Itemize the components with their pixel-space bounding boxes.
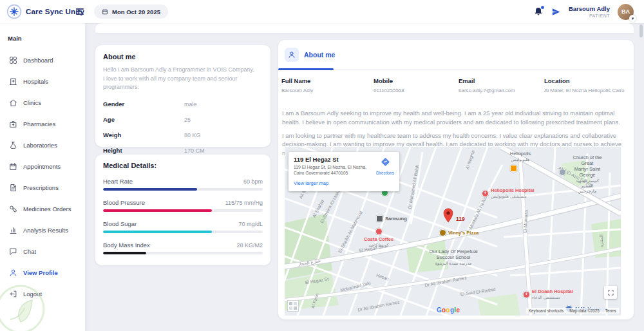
profile-field-email: Emailbarso.adly.7@gmail.com — [459, 77, 515, 93]
map-data-label: Map data ©2025 — [569, 308, 600, 313]
sidebar-item-label: Pharmacies — [23, 120, 55, 128]
street-label: شارع الحجاز — [298, 258, 321, 267]
map-info-title: 119 El Hegaz St — [294, 156, 370, 163]
date-button[interactable]: Mon Oct 20 2025 — [94, 5, 168, 19]
sidebar-item-appointments[interactable]: Appointments — [0, 156, 85, 177]
street-label: Dr Mohamed Ali Balah — [408, 164, 420, 209]
sidebar-item-label: Dashboard — [23, 56, 53, 64]
map-embed[interactable]: Al NegmaDr Mohamed Ali BalahDr MahmoudAl… — [285, 147, 621, 316]
progress-fill — [103, 231, 212, 233]
store-icon — [510, 165, 517, 172]
user-icon — [9, 269, 17, 277]
app-window: Care Sync Unity Mon Oct 20 2025 Barsoum … — [0, 0, 644, 331]
hospital-icon: + — [482, 190, 489, 197]
header: Care Sync Unity Mon Oct 20 2025 Barsoum … — [0, 0, 644, 23]
poi-marker[interactable] — [510, 165, 517, 172]
metric-blood-sugar: Blood Sugar70 mg/dL — [103, 220, 263, 233]
notifications-icon[interactable] — [533, 6, 544, 17]
sidebar-item-label: Medicines Orders — [23, 205, 71, 213]
sidebar-item-laboratories[interactable]: Laboratories — [0, 135, 85, 156]
medical-details-card: Medical Details: Heart Rate60 bpmBlood P… — [95, 155, 270, 265]
chevron-down-icon[interactable]: ▾ — [629, 15, 636, 22]
fullscreen-button[interactable] — [604, 286, 617, 299]
date-label: Mon Oct 20 2025 — [112, 8, 160, 15]
progress-fill — [103, 209, 212, 212]
poi-vinny-s-pizza[interactable]: Vinny's Pizza — [439, 229, 478, 236]
street-label: Mostafa Ali Heikal — [468, 195, 488, 229]
pharmacy-icon — [9, 120, 17, 128]
poi-marker[interactable] — [559, 169, 566, 176]
calendar-icon — [9, 162, 17, 171]
poi-heliopolis-hospital[interactable]: +Heliopolis Hospitalمستشفى هليوبوليس — [482, 187, 535, 199]
sidebar: Main DashboardHospitalsClinicsPharmacies… — [0, 23, 85, 331]
tab-active-underline — [278, 68, 334, 70]
poi-samsung[interactable]: Samsung — [376, 215, 407, 222]
header-actions: Barsoum Adly PATIENT BA ▾ — [533, 0, 638, 23]
hospital-icon: + — [523, 291, 530, 298]
progress-track — [103, 231, 263, 233]
view-larger-map-link[interactable]: View larger map — [294, 180, 328, 186]
about-me-tab-icon — [285, 48, 299, 62]
sidebar-item-label: Analysis Results — [23, 226, 68, 234]
profile-field-full-name: Full NameBarsoum Adly — [281, 77, 313, 93]
user-info[interactable]: Barsoum Adly PATIENT — [569, 5, 610, 18]
sidebar-item-logout[interactable]: Logout — [0, 283, 85, 305]
avatar-wrap: BA ▾ — [618, 4, 634, 20]
map-info-address: 119 El Hegaz St, El Nozha, El Nozha, Cai… — [294, 164, 370, 176]
sidebar-item-label: Clinics — [23, 99, 41, 107]
progress-fill — [103, 252, 146, 254]
keyboard-shortcuts-link[interactable]: Keyboard shortcuts — [529, 308, 564, 313]
sidebar-menu: DashboardHospitalsClinicsPharmaciesLabor… — [0, 50, 85, 305]
poi-el-doaah-hospital[interactable]: +El Doaah Hospitalمستشفى الدعاء — [523, 288, 573, 300]
map-pin-icon[interactable] — [443, 208, 453, 225]
about-card-title: About me — [103, 53, 263, 61]
sidebar-item-dashboard[interactable]: Dashboard — [0, 50, 85, 71]
scrollbar[interactable] — [639, 24, 643, 37]
metric-blood-pressure: Blood Pressure115/75 mm/Hg — [103, 199, 263, 212]
sidebar-item-label: Laboratories — [23, 141, 57, 149]
store-icon — [376, 215, 383, 222]
app-logo-icon[interactable] — [6, 4, 22, 19]
directions-button[interactable]: Directions — [374, 156, 397, 175]
street-label: Al Shahid — [312, 199, 325, 218]
messages-icon[interactable] — [551, 7, 561, 17]
map-info-card: 119 El Hegaz St 119 El Hegaz St, El Nozh… — [289, 152, 399, 191]
profile-tabs: About me — [278, 40, 634, 70]
profile-field-mobile: Mobile01110255568 — [374, 77, 404, 93]
pin-label: 119 — [456, 216, 465, 222]
sidebar-item-label: Logout — [23, 290, 42, 298]
sidebar-item-hospitals[interactable]: Hospitals — [0, 71, 85, 92]
street-label: المنتزه — [599, 234, 604, 247]
logout-icon — [9, 290, 17, 298]
place-label-our-lady-of-perpetual-succour-school: Our Lady Of PerpetualSuccour Schoolمدرسة… — [429, 249, 477, 266]
sidebar-item-chat[interactable]: Chat — [0, 241, 85, 262]
directions-icon — [380, 156, 391, 167]
progress-fill — [103, 188, 197, 191]
menu-toggle-icon[interactable] — [76, 8, 84, 15]
coffee-icon — [375, 228, 382, 235]
medical-metrics: Heart Rate60 bpmBlood Pressure115/75 mm/… — [103, 178, 263, 254]
about-card: About me Hello I am Barsoum Adly a Progr… — [95, 45, 270, 147]
tab-about-me[interactable]: About me — [304, 51, 335, 59]
street-label: Mohannad Zaki — [340, 281, 372, 292]
place-label-heliopolis: Heliopolisهليوبوليس — [510, 151, 531, 162]
about-field-weigh: Weigh80 KG — [103, 131, 263, 138]
sidebar-item-medicines-orders[interactable]: Medicines Orders — [0, 198, 85, 220]
sidebar-item-view-profile[interactable]: View Profile — [0, 262, 85, 283]
sidebar-item-clinics[interactable]: Clinics — [0, 92, 85, 113]
profile-panel: About me Full NameBarsoum AdlyMobile0111… — [278, 40, 634, 319]
scrolled-card-edge — [95, 23, 634, 33]
poi-costa-coffee[interactable]: Costa Coffeeكوستا كافيه — [364, 228, 393, 248]
profile-field-location: LocationAl Mater, El Nozha Heliopolis Ca… — [544, 77, 625, 93]
street-label: El-Sheikh Ali Mahmoud — [337, 210, 363, 253]
map-inset-toggle[interactable] — [287, 300, 299, 312]
sidebar-item-pharmacies[interactable]: Pharmacies — [0, 113, 85, 135]
user-role-badge: PATIENT — [589, 14, 610, 18]
sidebar-item-prescriptions[interactable]: Prescriptions — [0, 177, 85, 198]
google-logo[interactable]: Google — [437, 307, 460, 314]
terms-link[interactable]: Terms — [605, 308, 616, 313]
sidebar-section-label: Main — [8, 35, 85, 42]
sidebar-item-analysis-results[interactable]: Analysis Results — [0, 220, 85, 241]
pills-icon — [9, 205, 17, 213]
street-label: Al Negma — [465, 149, 475, 169]
